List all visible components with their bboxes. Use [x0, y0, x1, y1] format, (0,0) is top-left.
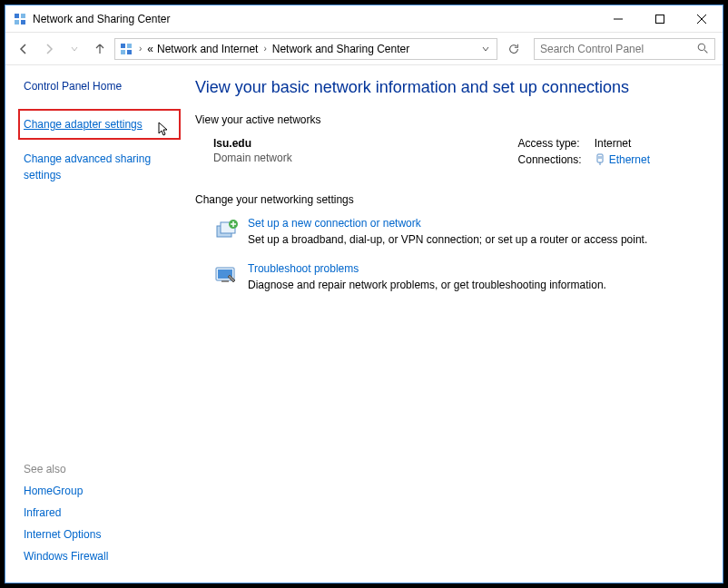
setup-connection-option: Set up a new connection or network Set u… [195, 217, 704, 246]
active-network-row: lsu.edu Domain network Access type: Inte… [195, 137, 704, 166]
up-button[interactable] [89, 38, 111, 60]
network-type: Domain network [213, 152, 292, 164]
setup-connection-link[interactable]: Set up a new connection or network [248, 217, 647, 230]
titlebar: Network and Sharing Center [5, 5, 723, 33]
maximize-button[interactable] [639, 5, 681, 33]
svg-rect-5 [656, 15, 664, 23]
network-name: lsu.edu [213, 137, 292, 150]
setup-connection-desc: Set up a broadband, dial-up, or VPN conn… [248, 233, 647, 246]
change-adapter-settings-link[interactable]: Change adapter settings [18, 109, 181, 140]
svg-rect-9 [127, 44, 132, 48]
breadcrumb[interactable]: › « Network and Internet › Network and S… [114, 38, 497, 60]
see-also-internet-options[interactable]: Internet Options [24, 528, 172, 541]
see-also-label: See also [24, 463, 172, 475]
breadcrumb-item[interactable]: Network and Sharing Center [272, 43, 409, 55]
window-title: Network and Sharing Center [33, 13, 170, 25]
search-box[interactable] [534, 38, 715, 60]
svg-rect-3 [21, 20, 25, 24]
window-frame: Network and Sharing Center › « Network a… [5, 5, 723, 583]
search-icon[interactable] [697, 43, 709, 54]
breadcrumb-item[interactable]: Network and Internet [157, 43, 258, 55]
change-settings-heading: Change your networking settings [195, 193, 704, 206]
network-identity: lsu.edu Domain network [213, 137, 292, 166]
see-also-homegroup[interactable]: HomeGroup [24, 485, 172, 497]
connections-label: Connections: [518, 153, 582, 166]
troubleshoot-option: Troubleshoot problems Diagnose and repai… [195, 262, 704, 291]
page-heading: View your basic network information and … [195, 78, 704, 97]
app-icon [13, 12, 27, 26]
svg-rect-8 [121, 44, 125, 48]
see-also-windows-firewall[interactable]: Windows Firewall [24, 550, 172, 563]
troubleshoot-desc: Diagnose and repair network problems, or… [248, 279, 606, 291]
svg-point-12 [698, 44, 704, 50]
chevron-right-icon: › [137, 44, 143, 54]
search-input[interactable] [540, 43, 697, 55]
recent-dropdown-icon[interactable] [64, 38, 85, 60]
change-advanced-sharing-link[interactable]: Change advanced sharing settings [24, 151, 172, 183]
connection-value: Ethernet [609, 153, 650, 166]
troubleshoot-link[interactable]: Troubleshoot problems [248, 262, 606, 275]
breadcrumb-icon [119, 42, 133, 56]
minimize-button[interactable] [597, 5, 639, 33]
forward-button[interactable] [38, 38, 60, 60]
see-also-infrared[interactable]: Infrared [24, 506, 172, 519]
svg-rect-1 [21, 14, 25, 18]
svg-rect-14 [597, 154, 603, 162]
close-button[interactable] [681, 5, 723, 33]
breadcrumb-prefix: « [147, 43, 153, 55]
access-type-value: Internet [595, 137, 650, 150]
svg-rect-25 [221, 280, 229, 282]
ethernet-icon [595, 153, 605, 166]
connection-link[interactable]: Ethernet [595, 153, 650, 166]
svg-rect-0 [15, 14, 19, 18]
chevron-down-icon[interactable] [478, 45, 493, 53]
control-panel-home-link[interactable]: Control Panel Home [24, 80, 172, 93]
troubleshoot-icon [213, 262, 239, 288]
svg-rect-2 [15, 20, 19, 24]
main-content: View your basic network information and … [182, 65, 723, 583]
chevron-right-icon: › [261, 44, 268, 54]
svg-rect-11 [127, 50, 132, 54]
svg-line-13 [704, 50, 707, 53]
sidebar: Control Panel Home Change adapter settin… [5, 65, 182, 583]
refresh-button[interactable] [503, 38, 525, 60]
back-button[interactable] [13, 38, 34, 60]
cursor-icon [157, 122, 170, 138]
toolbar: › « Network and Internet › Network and S… [5, 33, 723, 65]
active-networks-heading: View your active networks [195, 113, 704, 126]
new-connection-icon [213, 217, 239, 242]
access-type-label: Access type: [518, 137, 582, 150]
network-info: Access type: Internet Connections: Ether… [518, 137, 704, 166]
sidebar-link-label: Change adapter settings [24, 118, 143, 131]
svg-rect-10 [121, 50, 125, 54]
